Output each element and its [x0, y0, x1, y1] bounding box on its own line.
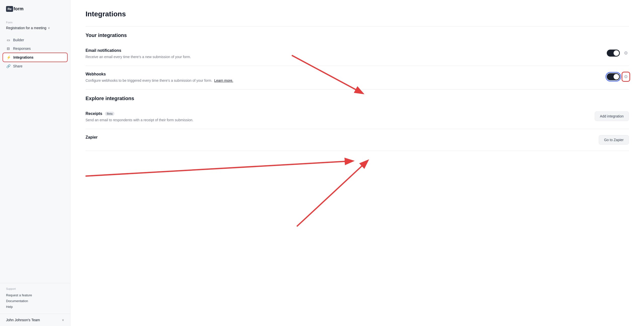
sidebar: Re form Form Registration for a meeting … — [0, 0, 70, 326]
webhooks-desc-text: Configure webhooks to be triggered every… — [86, 78, 212, 83]
webhooks-info: Webhooks Configure webhooks to be trigge… — [86, 72, 597, 83]
email-notifications-name: Email notifications — [86, 48, 597, 53]
form-chevron-icon: ∨ — [48, 26, 50, 30]
webhooks-toggle-wrapper — [607, 73, 620, 80]
logo-text: form — [14, 6, 24, 12]
email-notifications-toggle[interactable] — [607, 50, 620, 57]
email-notifications-controls: ⚙ — [607, 48, 629, 57]
zapier-row: Zapier Go to Zapier — [86, 129, 629, 151]
receipts-name: Receipts Beta — [86, 111, 585, 116]
webhooks-desc: Configure webhooks to be triggered every… — [86, 78, 597, 83]
sidebar-item-integrations-label: Integrations — [13, 55, 33, 59]
receipts-row: Receipts Beta Send an email to responden… — [86, 105, 629, 129]
request-feature-link[interactable]: Request a feature — [6, 292, 64, 298]
webhooks-row: Webhooks Configure webhooks to be trigge… — [86, 66, 629, 90]
explore-integrations-title: Explore integrations — [86, 90, 629, 105]
share-icon: 🔗 — [6, 64, 11, 68]
help-link[interactable]: Help — [6, 304, 64, 310]
sidebar-item-builder-label: Builder — [13, 38, 24, 42]
add-integration-button[interactable]: Add integration — [595, 111, 629, 121]
responses-icon: ⊟ — [6, 47, 11, 51]
documentation-link[interactable]: Documentation — [6, 298, 64, 304]
your-integrations-title: Your integrations — [86, 26, 629, 42]
logo-box: Re — [6, 6, 13, 12]
receipts-info: Receipts Beta Send an email to responden… — [86, 111, 585, 123]
webhooks-controls: ⚙ — [607, 72, 629, 80]
webhooks-settings-button[interactable]: ⚙ — [623, 73, 629, 80]
sidebar-item-share-label: Share — [13, 64, 22, 68]
zapier-name: Zapier — [86, 135, 589, 140]
logo: Re form — [0, 0, 70, 17]
email-notifications-settings-button[interactable]: ⚙ — [623, 49, 629, 57]
email-notifications-row: Email notifications Receive an email eve… — [86, 42, 629, 66]
form-name-selector[interactable]: Registration for a meeting ∨ — [0, 25, 70, 34]
sidebar-nav: ▭ Builder ⊟ Responses ⚡ Integrations 🔗 S… — [0, 34, 70, 160]
team-selector[interactable]: John Johnson's Team ∨ — [0, 314, 70, 326]
zapier-info: Zapier — [86, 135, 589, 141]
team-name: John Johnson's Team — [6, 318, 40, 322]
gear-icon: ⚙ — [624, 74, 628, 79]
email-notifications-info: Email notifications Receive an email eve… — [86, 48, 597, 60]
page-title: Integrations — [86, 10, 629, 18]
webhooks-learn-more-link[interactable]: Learn more. — [214, 78, 233, 83]
form-section-label: Form — [0, 17, 70, 25]
team-chevron-icon: ∨ — [62, 318, 64, 322]
builder-icon: ▭ — [6, 38, 11, 42]
gear-icon: ⚙ — [624, 50, 628, 56]
beta-badge: Beta — [105, 112, 115, 116]
sidebar-item-share[interactable]: 🔗 Share — [3, 62, 67, 70]
sidebar-item-responses-label: Responses — [13, 47, 31, 51]
sidebar-item-builder[interactable]: ▭ Builder — [3, 36, 67, 44]
email-notifications-desc: Receive an email every time there's a ne… — [86, 54, 597, 60]
sidebar-support: Support Request a feature Documentation … — [0, 283, 70, 314]
go-to-zapier-button[interactable]: Go to Zapier — [599, 135, 629, 145]
main-content: Integrations Your integrations Email not… — [70, 0, 644, 326]
support-label: Support — [6, 287, 64, 290]
sidebar-item-responses[interactable]: ⊟ Responses — [3, 45, 67, 53]
receipts-desc: Send an email to respondents with a rece… — [86, 117, 585, 123]
sidebar-item-integrations[interactable]: ⚡ Integrations — [3, 53, 67, 62]
integrations-icon: ⚡ — [6, 55, 11, 59]
webhooks-toggle[interactable] — [607, 73, 620, 80]
form-name-text: Registration for a meeting — [6, 26, 46, 30]
webhooks-name: Webhooks — [86, 72, 597, 76]
